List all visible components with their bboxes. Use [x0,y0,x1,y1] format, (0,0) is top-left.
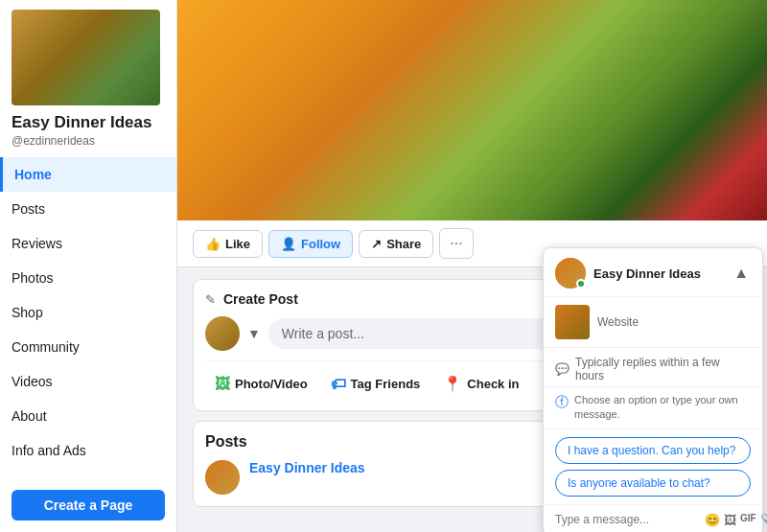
sidebar-item-label: Posts [12,201,45,217]
chat-page-name: Easy Dinner Ideas [593,266,724,281]
post-avatar [205,460,240,495]
sidebar-item-label: Videos [12,374,53,389]
tag-friends-icon: 🏷 [331,376,346,393]
chat-website-row: Website [544,297,762,348]
sidebar-item-videos[interactable]: Videos [0,364,176,399]
chat-header: Easy Dinner Ideas ▲ [544,248,762,297]
sidebar-nav: Home Posts Reviews Photos Shop Community… [0,157,176,482]
user-avatar [205,316,240,351]
chat-suggestions: I have a question. Can you help? Is anyo… [544,429,762,504]
follow-person-icon: 👤 [281,237,296,251]
chat-suggestion-2[interactable]: Is anyone available to chat? [555,470,751,497]
like-button[interactable]: 👍 Like [193,230,263,258]
check-in-icon: 📍 [443,375,462,393]
sidebar-item-label: About [12,408,47,424]
cover-photo [177,0,767,220]
more-options-button[interactable]: ··· [439,228,473,259]
chat-fb-message: Choose an option or type your own messag… [574,393,751,423]
tag-friends-button[interactable]: 🏷 Tag Friends [321,370,430,399]
chat-widget: Easy Dinner Ideas ▲ Website 💬 Typically … [543,247,763,532]
emoji-icon[interactable]: 😊 [705,513,720,527]
tag-friends-label: Tag Friends [351,377,421,391]
share-button[interactable]: ↗ Share [359,230,433,258]
chat-fb-row: ⓕ Choose an option or type your own mess… [544,387,762,429]
online-indicator [576,279,586,289]
post-user-name[interactable]: Easy Dinner Ideas [249,460,365,475]
sidebar-cover-thumb [12,10,160,105]
sidebar-item-label: Reviews [12,236,62,251]
check-in-button[interactable]: 📍 Check in [433,369,528,399]
sidebar-item-reviews[interactable]: Reviews [0,226,176,261]
reply-time-icon: 💬 [555,362,569,376]
gif-icon[interactable]: GIF [740,513,756,527]
sidebar-item-label: Community [12,339,80,355]
sidebar-handle: @ezdinnerideas [12,134,165,148]
chat-input-row: 😊 🖼 GIF 📎 👍 [544,504,762,532]
photo-video-label: Photo/Video [235,377,308,391]
chat-reply-time: 💬 Typically replies within a few hours [544,348,762,387]
create-page-button[interactable]: Create a Page [12,490,165,520]
sidebar-item-about[interactable]: About [0,399,176,433]
chat-page-avatar [555,258,586,289]
chat-message-input[interactable] [555,513,699,526]
sidebar-item-label: Info and Ads [12,443,86,458]
follow-button[interactable]: 👤 Follow [268,230,353,258]
sidebar-item-label: Photos [12,270,54,286]
photo-video-icon: 🖼 [215,376,230,393]
sidebar-item-label: Shop [12,305,43,320]
attachment-icon[interactable]: 📎 [760,513,767,527]
facebook-icon: ⓕ [555,394,569,411]
create-post-label: Create Post [223,291,298,307]
check-in-label: Check in [467,377,519,391]
chat-action-icons: 😊 🖼 GIF 📎 👍 [705,513,767,527]
sidebar-item-info-and-ads[interactable]: Info and Ads [0,433,176,468]
share-arrow-icon: ↗ [371,237,382,251]
sidebar-item-community[interactable]: Community [0,330,176,364]
chat-website-label: Website [597,315,639,329]
sidebar: Easy Dinner Ideas @ezdinnerideas Home Po… [0,0,177,532]
sidebar-profile: Easy Dinner Ideas @ezdinnerideas [0,0,176,157]
sidebar-item-label: Home [14,167,52,182]
like-thumb-icon: 👍 [205,237,221,251]
sidebar-item-photos[interactable]: Photos [0,261,176,295]
chat-suggestion-1[interactable]: I have a question. Can you help? [555,437,751,464]
sidebar-item-home[interactable]: Home [0,157,176,192]
follow-label: Follow [301,237,340,251]
share-label: Share [386,237,421,251]
sidebar-item-shop[interactable]: Shop [0,295,176,330]
pencil-icon: ✎ [205,292,216,307]
sidebar-item-posts[interactable]: Posts [0,192,176,226]
chevron-down-icon[interactable]: ▼ [247,326,261,341]
sidebar-page-name: Easy Dinner Ideas [12,113,165,132]
like-label: Like [225,237,250,251]
chat-close-button[interactable]: ▲ [732,263,751,284]
chat-page-thumb [555,305,590,339]
reply-time-text: Typically replies within a few hours [575,356,751,382]
photo-video-button[interactable]: 🖼 Photo/Video [205,370,317,399]
image-icon[interactable]: 🖼 [724,513,736,527]
